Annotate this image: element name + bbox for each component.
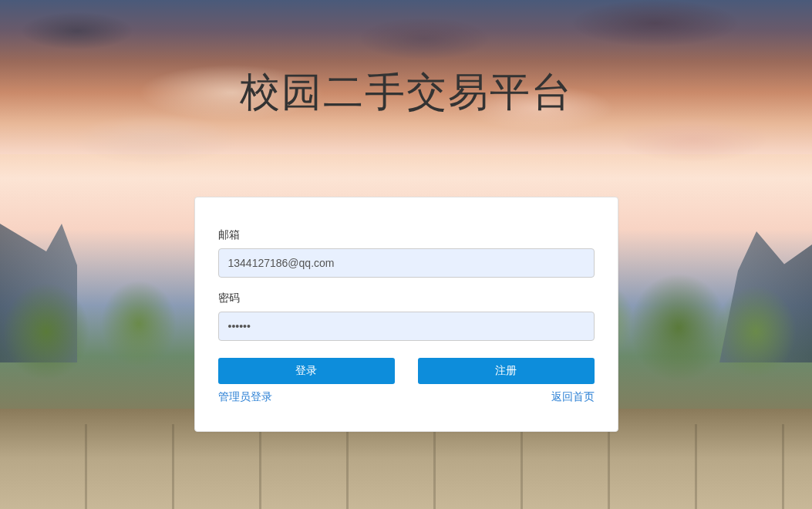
background-ground-lines <box>0 424 812 509</box>
login-button[interactable]: 登录 <box>218 358 395 384</box>
email-field[interactable] <box>218 248 595 278</box>
password-group: 密码 <box>218 292 595 341</box>
button-row: 登录 注册 <box>218 358 595 384</box>
register-button[interactable]: 注册 <box>418 358 595 384</box>
link-row: 管理员登录 返回首页 <box>218 390 595 404</box>
back-home-link[interactable]: 返回首页 <box>551 390 595 404</box>
email-group: 邮箱 <box>218 228 595 278</box>
login-card: 邮箱 密码 登录 注册 管理员登录 返回首页 <box>194 197 618 432</box>
password-field[interactable] <box>218 312 595 341</box>
password-label: 密码 <box>218 292 595 305</box>
email-label: 邮箱 <box>218 228 595 242</box>
page-title: 校园二手交易平台 <box>0 66 812 120</box>
admin-login-link[interactable]: 管理员登录 <box>218 390 272 404</box>
